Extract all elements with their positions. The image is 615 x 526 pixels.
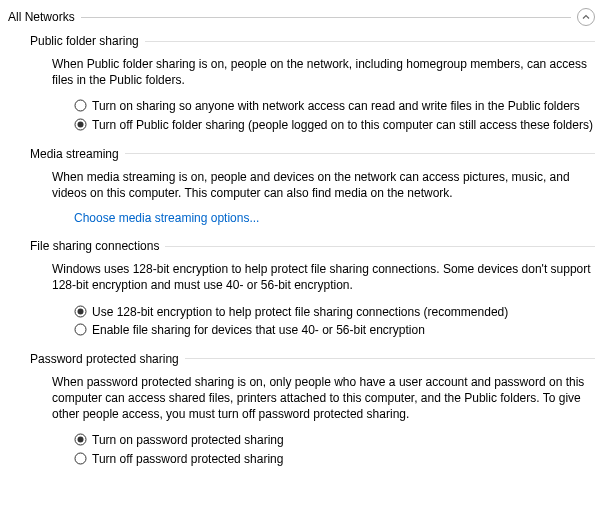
radio-unselected-icon: [74, 452, 87, 465]
password-sharing-off-radio[interactable]: Turn off password protected sharing: [74, 451, 595, 467]
radio-selected-icon: [74, 305, 87, 318]
radio-label: Turn on sharing so anyone with network a…: [92, 98, 580, 114]
radio-label: Turn on password protected sharing: [92, 432, 284, 448]
radio-unselected-icon: [74, 99, 87, 112]
radio-label: Enable file sharing for devices that use…: [92, 322, 425, 338]
all-networks-title: All Networks: [8, 10, 75, 24]
encryption-128-radio[interactable]: Use 128-bit encryption to help protect f…: [74, 304, 595, 320]
file-sharing-connections-section: File sharing connections Windows uses 12…: [30, 239, 595, 338]
svg-point-7: [78, 437, 84, 443]
subsection-rule: [185, 358, 595, 359]
svg-point-4: [78, 308, 84, 314]
public-folder-sharing-options: Turn on sharing so anyone with network a…: [74, 98, 595, 132]
radio-selected-icon: [74, 118, 87, 131]
collapse-button[interactable]: [577, 8, 595, 26]
svg-point-5: [75, 324, 86, 335]
public-folder-sharing-section: Public folder sharing When Public folder…: [30, 34, 595, 133]
media-streaming-section: Media streaming When media streaming is …: [30, 147, 595, 225]
radio-label: Turn off Public folder sharing (people l…: [92, 117, 593, 133]
media-streaming-header: Media streaming: [30, 147, 595, 161]
encryption-4056-radio[interactable]: Enable file sharing for devices that use…: [74, 322, 595, 338]
svg-point-0: [75, 100, 86, 111]
public-folder-sharing-header: Public folder sharing: [30, 34, 595, 48]
password-sharing-on-radio[interactable]: Turn on password protected sharing: [74, 432, 595, 448]
file-sharing-connections-title: File sharing connections: [30, 239, 159, 253]
subsection-rule: [145, 41, 595, 42]
radio-unselected-icon: [74, 323, 87, 336]
file-sharing-connections-description: Windows uses 128-bit encryption to help …: [52, 261, 595, 293]
header-rule: [81, 17, 571, 18]
radio-label: Turn off password protected sharing: [92, 451, 283, 467]
subsection-rule: [165, 246, 595, 247]
public-folder-sharing-off-radio[interactable]: Turn off Public folder sharing (people l…: [74, 117, 595, 133]
password-protected-sharing-header: Password protected sharing: [30, 352, 595, 366]
chevron-up-icon: [581, 12, 591, 22]
file-sharing-connections-options: Use 128-bit encryption to help protect f…: [74, 304, 595, 338]
password-protected-sharing-section: Password protected sharing When password…: [30, 352, 595, 467]
public-folder-sharing-description: When Public folder sharing is on, people…: [52, 56, 595, 88]
media-streaming-options-link[interactable]: Choose media streaming options...: [74, 211, 595, 225]
password-protected-sharing-title: Password protected sharing: [30, 352, 179, 366]
subsection-rule: [125, 153, 595, 154]
all-networks-header[interactable]: All Networks: [8, 8, 595, 26]
public-folder-sharing-on-radio[interactable]: Turn on sharing so anyone with network a…: [74, 98, 595, 114]
file-sharing-connections-header: File sharing connections: [30, 239, 595, 253]
svg-point-2: [78, 121, 84, 127]
password-protected-sharing-description: When password protected sharing is on, o…: [52, 374, 595, 423]
svg-point-8: [75, 453, 86, 464]
public-folder-sharing-title: Public folder sharing: [30, 34, 139, 48]
media-streaming-title: Media streaming: [30, 147, 119, 161]
radio-selected-icon: [74, 433, 87, 446]
radio-label: Use 128-bit encryption to help protect f…: [92, 304, 508, 320]
password-protected-sharing-options: Turn on password protected sharing Turn …: [74, 432, 595, 466]
media-streaming-description: When media streaming is on, people and d…: [52, 169, 595, 201]
